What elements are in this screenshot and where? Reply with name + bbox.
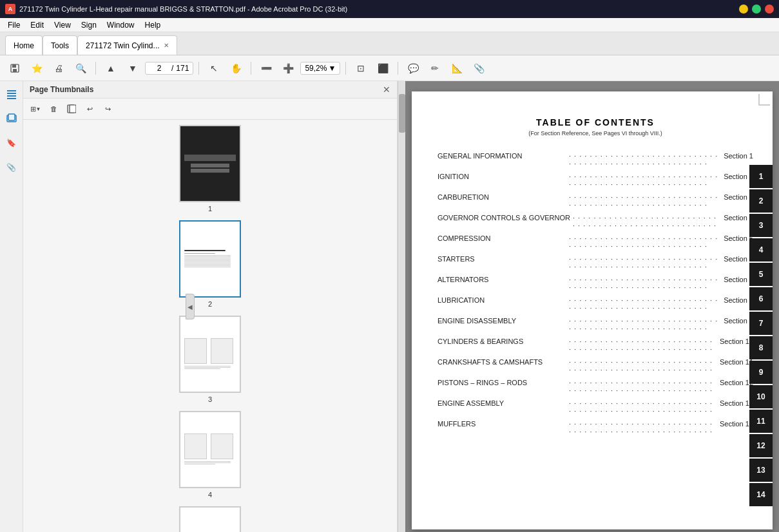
section-tab-8[interactable]: 8 [749, 336, 773, 359]
toc-row-10[interactable]: CYLINDERS & BEARINGS · · · · · · · · · ·… [438, 337, 753, 353]
thumbnail-3-label: 3 [208, 395, 212, 403]
toc-section-13: Section 13 [720, 399, 753, 407]
toc-row-7[interactable]: ALTERNATORS · · · · · · · · · · · · · · … [438, 276, 753, 291]
toc-section-1: Section 1 [724, 152, 753, 160]
thumbnail-view-button[interactable]: ⊞ ▼ [27, 101, 44, 117]
toc-row-1[interactable]: GENERAL INFORMATION · · · · · · · · · · … [438, 152, 753, 167]
thumbnail-3[interactable]: 3 [179, 316, 241, 403]
section-tab-12[interactable]: 12 [749, 434, 773, 457]
toc-row-2[interactable]: IGNITION · · · · · · · · · · · · · · · ·… [438, 173, 753, 188]
redo-button[interactable]: ↪ [99, 101, 116, 117]
sidebar-scrollbar-thumb[interactable] [399, 94, 405, 133]
reduce-button[interactable]: 🔍 [71, 59, 90, 77]
toc-row-13[interactable]: ENGINE ASSEMBLY · · · · · · · · · · · · … [438, 399, 753, 415]
toc-row-3[interactable]: CARBURETION · · · · · · · · · · · · · · … [438, 193, 753, 209]
section-tab-6[interactable]: 6 [749, 287, 773, 310]
delete-thumbnail-button[interactable]: 🗑 [45, 101, 62, 117]
tab-pdf[interactable]: 271172 Twin Cylind... ✕ [77, 35, 177, 55]
thumbnail-5[interactable]: 5 [179, 506, 241, 532]
cursor-tool-button[interactable]: ↖ [204, 59, 224, 77]
page-number-input[interactable]: 2 [149, 64, 169, 73]
section-tab-7[interactable]: 7 [749, 312, 773, 335]
toolbar: ⭐ 🖨 🔍 ▲ ▼ 2 / 171 ↖ ✋ ➖ ➕ 59,2% ▼ ⊡ ⬛ 💬 … [0, 55, 779, 81]
svg-rect-6 [7, 98, 16, 99]
zoom-in-button[interactable]: ➕ [278, 59, 298, 77]
toc-row-6[interactable]: STARTERS · · · · · · · · · · · · · · · ·… [438, 255, 753, 271]
print-button[interactable]: 🖨 [49, 59, 68, 77]
menu-file[interactable]: File [3, 19, 25, 31]
thumbnail-1-image [179, 125, 241, 202]
toc-row-5[interactable]: COMPRESSION · · · · · · · · · · · · · · … [438, 234, 753, 250]
section-tab-1[interactable]: 1 [749, 165, 773, 188]
section-tab-14[interactable]: 14 [749, 483, 773, 506]
menu-help[interactable]: Help [140, 19, 166, 31]
tab-home[interactable]: Home [5, 35, 43, 55]
minimize-button[interactable] [739, 5, 748, 14]
drawing-button[interactable]: 📐 [447, 59, 466, 77]
paperclip-icon[interactable]: 📎 [4, 160, 19, 175]
toc-dots-1: · · · · · · · · · · · · · · · · · · · · … [569, 152, 721, 167]
toc-row-12[interactable]: PISTONS – RINGS – RODS · · · · · · · · ·… [438, 379, 753, 394]
grid-icon: ⊞ [30, 105, 36, 113]
toc-label-5: COMPRESSION [438, 234, 566, 242]
layers-icon[interactable] [4, 111, 19, 126]
comment-button[interactable]: 💬 [403, 59, 423, 77]
section-tab-9[interactable]: 9 [749, 361, 773, 384]
nav-icon[interactable] [4, 86, 19, 102]
section-tab-13[interactable]: 13 [749, 459, 773, 482]
menu-view[interactable]: View [49, 19, 76, 31]
title-bar: A 271172 Twin Cylinder L-Head repair man… [0, 0, 779, 18]
menu-window[interactable]: Window [102, 19, 140, 31]
toc-dots-12: · · · · · · · · · · · · · · · · · · · · … [569, 379, 717, 394]
bookmark-button[interactable]: ⭐ [27, 59, 46, 77]
toc-row-11[interactable]: CRANKSHAFTS & CAMSHAFTS · · · · · · · · … [438, 358, 753, 374]
tab-close-icon[interactable]: ✕ [164, 42, 169, 49]
stamp-button[interactable]: 📎 [469, 59, 488, 77]
toolbar-sep-3 [251, 62, 251, 75]
thumbnails-panel: 1 [23, 120, 397, 532]
toc-label-3: CARBURETION [438, 193, 566, 201]
section-tab-3[interactable]: 3 [749, 214, 773, 237]
nav-down-button[interactable]: ▼ [123, 59, 142, 77]
tab-tools[interactable]: Tools [43, 35, 77, 55]
toc-row-8[interactable]: LUBRICATION · · · · · · · · · · · · · · … [438, 296, 753, 312]
svg-rect-3 [7, 90, 16, 91]
hand-tool-button[interactable]: ✋ [226, 59, 245, 77]
sidebar-collapse-button[interactable]: ◀ [186, 294, 195, 319]
section-tabs: 1 2 3 4 5 6 7 8 9 10 11 12 13 14 [749, 165, 773, 506]
menu-edit[interactable]: Edit [25, 19, 49, 31]
toc-row-14[interactable]: MUFFLERS · · · · · · · · · · · · · · · ·… [438, 420, 753, 435]
nav-up-button[interactable]: ▲ [101, 59, 120, 77]
section-tab-11[interactable]: 11 [749, 410, 773, 433]
thumbnail-1[interactable]: 1 [179, 125, 241, 213]
sidebar-close-button[interactable]: ✕ [383, 85, 390, 94]
section-tab-2[interactable]: 2 [749, 189, 773, 213]
zoom-out-button[interactable]: ➖ [256, 59, 276, 77]
thumbnail-2-image [179, 220, 241, 298]
maximize-button[interactable] [752, 5, 761, 14]
svg-rect-8 [8, 114, 15, 120]
fit-page-button[interactable]: ⊡ [351, 59, 370, 77]
menu-sign[interactable]: Sign [76, 19, 102, 31]
toc-row-4[interactable]: GOVERNOR CONTROLS & GOVERNOR · · · · · ·… [438, 214, 753, 229]
toolbar-sep-1 [95, 62, 96, 75]
section-tab-5[interactable]: 5 [749, 263, 773, 286]
toc-label-7: ALTERNATORS [438, 276, 566, 283]
extract-button[interactable] [63, 101, 80, 117]
close-button[interactable] [765, 5, 774, 14]
section-tab-10[interactable]: 10 [749, 385, 773, 408]
rotate-button[interactable]: ⬛ [373, 59, 392, 77]
toc-row-9[interactable]: ENGINE DISASSEMBLY · · · · · · · · · · ·… [438, 317, 753, 332]
undo-button[interactable]: ↩ [81, 101, 98, 117]
highlight-button[interactable]: ✏ [425, 59, 445, 77]
bookmarks-icon[interactable]: 🔖 [4, 135, 19, 151]
zoom-level-dropdown[interactable]: 59,2% ▼ [300, 62, 340, 75]
svg-rect-2 [13, 69, 17, 72]
section-tab-4[interactable]: 4 [749, 238, 773, 261]
save-button[interactable] [5, 59, 24, 77]
sidebar-scrollbar[interactable] [398, 81, 405, 532]
toc-label-10: CYLINDERS & BEARINGS [438, 337, 566, 345]
zoom-dropdown-icon: ▼ [328, 64, 336, 73]
toc-label-4: GOVERNOR CONTROLS & GOVERNOR [438, 214, 570, 222]
thumbnail-4[interactable]: 4 [179, 411, 241, 499]
